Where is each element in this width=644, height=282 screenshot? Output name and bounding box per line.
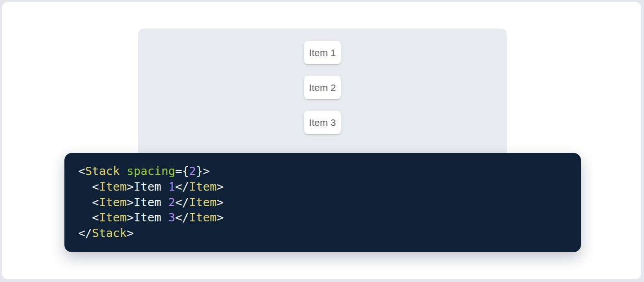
code-token: Item <box>189 180 217 193</box>
code-token: </ <box>175 211 189 224</box>
code-token: > <box>217 211 224 224</box>
code-token: > <box>126 180 133 193</box>
code-token <box>120 164 126 178</box>
stack-item: Item 3 <box>304 111 341 134</box>
code-line: <Item>Item 3</Item> <box>78 210 567 226</box>
code-token: < <box>92 180 99 193</box>
code-token: </ <box>78 226 92 240</box>
code-line: <Item>Item 2</Item> <box>78 195 567 210</box>
code-token: > <box>217 196 224 209</box>
stack-demo: Item 1 Item 2 Item 3 <box>138 28 507 134</box>
stack-item-label: Item 2 <box>309 83 336 92</box>
stack-item-label: Item 3 <box>309 118 336 127</box>
code-token: spacing <box>126 164 175 178</box>
code-token: > <box>217 180 224 193</box>
code-token: > <box>126 211 133 224</box>
code-token: Item <box>133 211 168 224</box>
code-token: </ <box>175 180 189 193</box>
code-token: 2 <box>168 196 175 209</box>
code-line: <Item>Item 1</Item> <box>78 179 567 195</box>
code-token: < <box>92 196 99 209</box>
code-token: </ <box>175 196 189 209</box>
code-token: Item <box>133 180 168 193</box>
code-token <box>78 196 92 209</box>
code-token: > <box>126 196 133 209</box>
code-token: Item <box>99 196 126 209</box>
code-token: Item <box>99 180 126 193</box>
code-token: Item <box>99 211 126 224</box>
code-token: Stack <box>92 226 126 240</box>
code-token: Stack <box>85 164 120 178</box>
code-token: > <box>203 164 210 178</box>
code-token: 2 <box>189 164 196 178</box>
code-token: > <box>126 226 133 240</box>
code-line: </Stack> <box>78 226 567 241</box>
code-token: Item <box>189 211 217 224</box>
code-token: Item <box>133 196 168 209</box>
code-block: <Stack spacing={2}> <Item>Item 1</Item> … <box>64 153 581 252</box>
code-token: 3 <box>168 211 175 224</box>
code-token: Item <box>189 196 217 209</box>
code-token: < <box>92 211 99 224</box>
code-token: < <box>78 164 85 178</box>
stack-item: Item 1 <box>304 41 341 64</box>
stack-item: Item 2 <box>304 76 341 99</box>
code-token: { <box>182 164 189 178</box>
code-line: <Stack spacing={2}> <box>78 164 567 179</box>
content-card: Item 1 Item 2 Item 3 <Stack spacing={2}>… <box>1 1 642 280</box>
code-token: = <box>175 164 182 178</box>
code-token: } <box>196 164 203 178</box>
code-token: 1 <box>168 180 175 193</box>
stack-item-label: Item 1 <box>309 48 336 57</box>
code-token <box>78 180 92 193</box>
code-token <box>78 211 92 224</box>
